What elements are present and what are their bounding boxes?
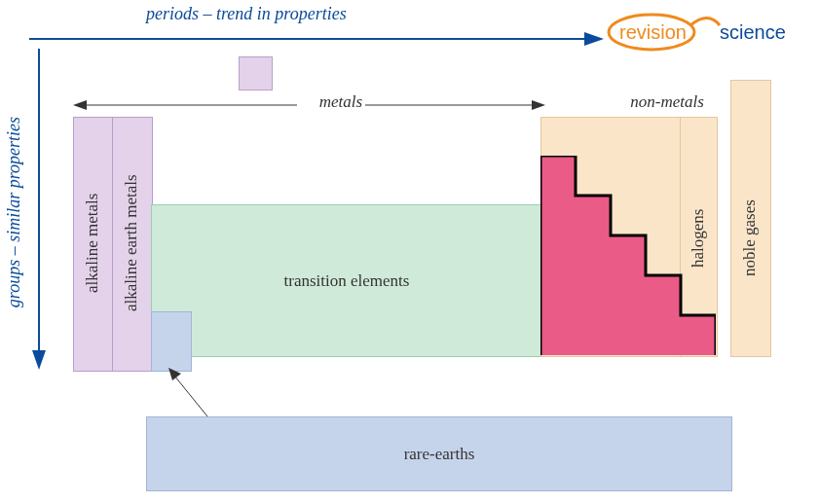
rare-earth-connector-arrow-icon [168, 368, 227, 421]
hydrogen-cell [239, 56, 273, 90]
groups-axis-label: groups – similar properties [4, 117, 24, 307]
svg-marker-9 [540, 156, 716, 355]
nonmetals-header: non-metals [614, 92, 721, 112]
svg-marker-3 [32, 350, 46, 370]
logo-left-text: revision [619, 21, 687, 43]
alkaline-earth-metals-label: alkaline earth metals [117, 141, 146, 345]
metals-header: metals [307, 92, 375, 112]
svg-marker-8 [532, 100, 545, 110]
transition-elements-label: transition elements [284, 271, 410, 291]
logo-right-text: science [720, 21, 786, 43]
metalloid-block [540, 156, 716, 355]
alkaline-metals-label: alkaline metals [78, 146, 107, 341]
svg-marker-12 [168, 368, 181, 380]
periods-axis-label: periods – trend in properties [146, 4, 347, 24]
revision-science-logo: revision science [605, 8, 809, 56]
groups-arrow-icon [29, 49, 49, 370]
svg-marker-6 [73, 100, 87, 110]
rare-earth-notch [151, 311, 192, 372]
svg-marker-1 [584, 32, 604, 46]
svg-line-11 [174, 376, 207, 416]
rare-earths-block: rare-earths [146, 416, 732, 491]
rare-earths-label: rare-earths [404, 445, 475, 464]
transition-elements-block: transition elements [151, 204, 542, 357]
periods-arrow-icon [29, 29, 604, 49]
noble-gases-label: noble gases [736, 165, 763, 311]
